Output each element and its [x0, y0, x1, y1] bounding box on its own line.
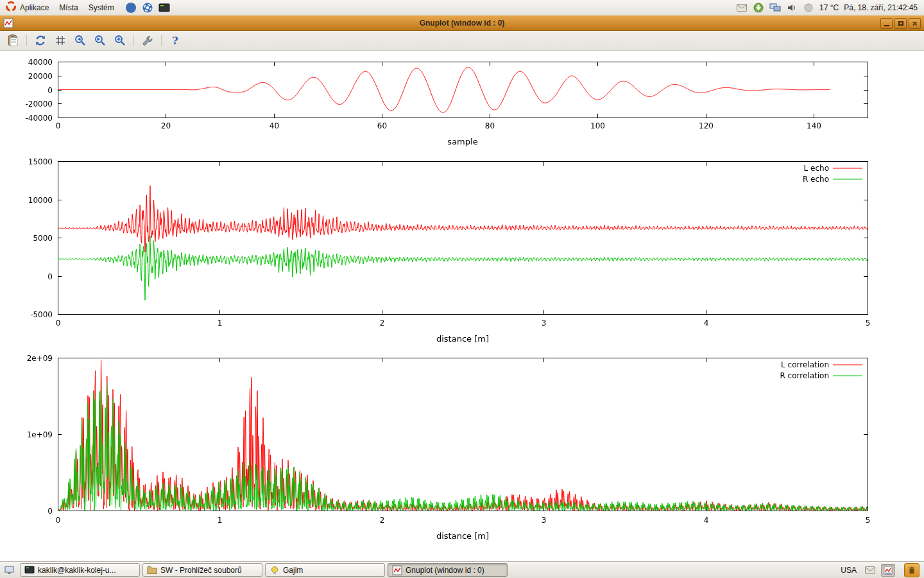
software-update-icon[interactable] [753, 2, 764, 13]
toolbar-separator [26, 35, 27, 46]
volume-icon[interactable] [786, 2, 798, 13]
temperature-label[interactable]: 17 °C [819, 3, 839, 12]
network-icon[interactable] [769, 2, 781, 13]
task-button-file-manager[interactable]: SW - Prohlížeč souborů [142, 563, 262, 577]
close-button[interactable]: × [909, 18, 921, 29]
configure-plot-button[interactable] [140, 33, 155, 48]
replot-button[interactable] [33, 33, 48, 48]
copy-to-clipboard-button[interactable] [5, 33, 21, 48]
menu-system[interactable]: Systém [83, 0, 119, 15]
gnuplot-tray-button[interactable] [881, 564, 895, 577]
firefox-icon[interactable] [124, 1, 137, 14]
file-manager-icon [147, 565, 157, 575]
zoom-next-button[interactable] [92, 33, 108, 48]
taskbar-right-area: USA [838, 563, 922, 577]
task-button-gnuplot[interactable]: Gnuplot (window id : 0) [388, 563, 508, 577]
toggle-grid-button[interactable] [53, 33, 68, 48]
trash-button[interactable] [904, 563, 920, 577]
gnuplot-window: Gnuplot (window id : 0) × [0, 15, 924, 561]
menu-applications[interactable]: Aplikace [0, 0, 54, 15]
weather-icon[interactable] [803, 2, 814, 13]
gnuplot-toolbar: ? [0, 31, 924, 51]
task-label: kaklik@kaklik-kolej-u... [38, 566, 116, 575]
menu-system-label: Systém [89, 3, 114, 12]
task-button-terminal[interactable]: kaklik@kaklik-kolej-u... [20, 563, 140, 577]
window-titlebar[interactable]: Gnuplot (window id : 0) × [0, 15, 924, 31]
plot-sample-waveform[interactable] [0, 51, 924, 152]
help-icon[interactable] [141, 1, 154, 14]
plot-correlation[interactable] [0, 350, 924, 561]
panel-menus: Aplikace Místa Systém [0, 0, 171, 15]
maximize-button[interactable] [894, 18, 907, 29]
window-controls: × [880, 18, 924, 29]
minimize-button[interactable] [880, 18, 893, 29]
mail-tray-icon[interactable] [864, 565, 876, 576]
terminal-icon [24, 565, 35, 575]
task-label: SW - Prohlížeč souborů [160, 566, 242, 575]
close-icon: × [912, 19, 918, 28]
keyboard-layout-indicator[interactable]: USA [838, 565, 859, 576]
gnome-panel: Aplikace Místa Systém [0, 0, 924, 15]
task-label: Gajim [283, 566, 303, 575]
help-button[interactable]: ? [167, 33, 183, 48]
help-question-icon: ? [172, 35, 178, 47]
panel-launchers [124, 1, 171, 14]
gnuplot-icon [392, 565, 402, 575]
terminal-icon[interactable] [158, 1, 171, 14]
autoscale-button[interactable] [112, 33, 128, 48]
toolbar-separator [161, 35, 162, 46]
bottom-taskbar: kaklik@kaklik-kolej-u... SW - Prohlížeč … [0, 561, 924, 578]
zoom-previous-button[interactable] [73, 33, 88, 48]
menu-places[interactable]: Místa [54, 0, 83, 15]
menu-places-label: Místa [59, 3, 78, 12]
task-label: Gnuplot (window id : 0) [406, 566, 484, 575]
show-desktop-button[interactable] [2, 563, 17, 577]
minimize-icon [884, 25, 889, 26]
plot-area [0, 51, 924, 561]
task-button-gajim[interactable]: Gajim [265, 563, 385, 577]
plot-echo[interactable] [0, 152, 924, 350]
gajim-icon [270, 565, 280, 575]
mail-notification-icon[interactable] [736, 2, 748, 13]
maximize-icon [898, 21, 903, 26]
window-title: Gnuplot (window id : 0) [0, 19, 924, 28]
ubuntu-logo-icon [5, 1, 17, 14]
toolbar-separator [133, 35, 134, 46]
clock-label[interactable]: Pá, 18. září, 21:42:45 [844, 3, 918, 12]
menu-applications-label: Aplikace [20, 3, 49, 12]
panel-status-area: 17 °C Pá, 18. září, 21:42:45 [736, 0, 924, 15]
